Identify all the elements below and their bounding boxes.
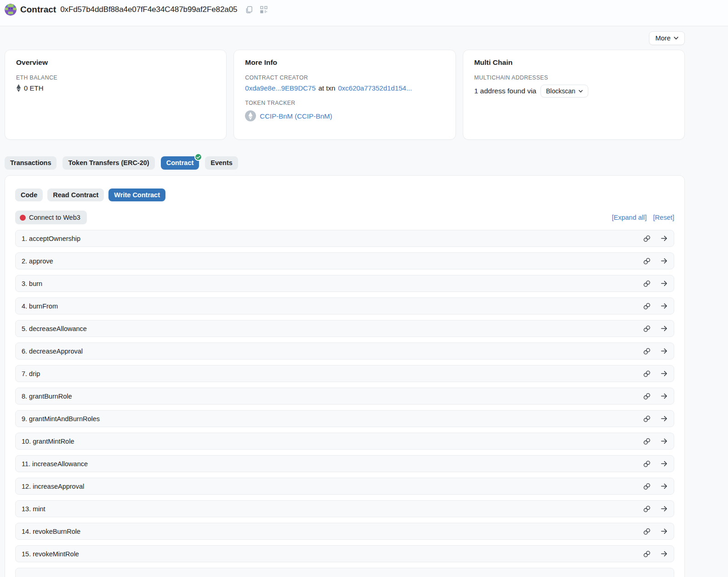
function-name: 8. grantBurnRole xyxy=(22,393,643,400)
function-name: 2. approve xyxy=(22,257,643,265)
permalink-icon[interactable] xyxy=(643,438,651,445)
function-row[interactable]: 8. grantBurnRole xyxy=(15,388,674,405)
eth-balance-value: 0 ETH xyxy=(24,84,44,92)
permalink-icon[interactable] xyxy=(643,528,651,535)
contract-subtabs: Code Read Contract Write Contract xyxy=(15,189,674,202)
permalink-icon[interactable] xyxy=(643,460,651,468)
arrow-right-icon[interactable] xyxy=(660,370,668,377)
function-name: 4. burnFrom xyxy=(22,303,643,310)
permalink-icon[interactable] xyxy=(643,370,651,377)
token-logo-icon xyxy=(245,110,256,121)
contract-panel: Code Read Contract Write Contract Connec… xyxy=(5,175,685,577)
arrow-right-icon[interactable] xyxy=(660,348,668,354)
permalink-icon[interactable] xyxy=(643,393,651,400)
eth-balance-label: ETH BALANCE xyxy=(16,74,215,81)
function-row[interactable]: 6. decreaseApproval xyxy=(15,343,674,360)
permalink-icon[interactable] xyxy=(643,325,651,332)
arrow-right-icon[interactable] xyxy=(660,415,668,422)
function-row[interactable]: 11. increaseAllowance xyxy=(15,455,674,472)
permalink-icon[interactable] xyxy=(643,483,651,490)
function-name: 14. revokeBurnRole xyxy=(22,528,643,535)
function-row-partial[interactable] xyxy=(15,568,674,577)
overview-card-title: Overview xyxy=(16,58,215,67)
function-row[interactable]: 12. increaseApproval xyxy=(15,478,674,495)
permalink-icon[interactable] xyxy=(643,505,651,513)
subtab-code[interactable]: Code xyxy=(15,189,43,202)
permalink-icon[interactable] xyxy=(643,550,651,558)
arrow-right-icon[interactable] xyxy=(660,550,668,557)
blockscan-dropdown-value: Blockscan xyxy=(546,87,575,95)
function-row[interactable]: 5. decreaseAllowance xyxy=(15,320,674,337)
function-row[interactable]: 7. drip xyxy=(15,365,674,382)
subtab-write-contract[interactable]: Write Contract xyxy=(108,189,165,202)
tab-contract[interactable]: Contract xyxy=(161,156,199,170)
function-row[interactable]: 2. approve xyxy=(15,252,674,269)
arrow-right-icon[interactable] xyxy=(660,505,668,512)
qr-code-icon[interactable] xyxy=(260,6,267,13)
permalink-icon[interactable] xyxy=(643,415,651,423)
chevron-down-icon xyxy=(674,36,678,40)
creator-address-link[interactable]: 0xda9e8e...9EB9DC75 xyxy=(245,84,315,92)
blockscan-dropdown[interactable]: Blockscan xyxy=(540,85,588,97)
more-info-card-title: More Info xyxy=(245,58,444,67)
permalink-icon[interactable] xyxy=(643,235,651,242)
connect-to-web3-button[interactable]: Connect to Web3 xyxy=(15,211,87,224)
reset-link[interactable]: [Reset] xyxy=(653,214,674,221)
write-contract-toolbar: Connect to Web3 [Expand all] [Reset] xyxy=(15,211,674,224)
function-name: 6. decreaseApproval xyxy=(22,348,643,355)
function-row[interactable]: 3. burn xyxy=(15,275,674,292)
permalink-icon[interactable] xyxy=(643,348,651,355)
multichain-count-text: 1 address found via xyxy=(474,87,536,95)
tab-transactions[interactable]: Transactions xyxy=(5,156,57,170)
connect-to-web3-label: Connect to Web3 xyxy=(29,214,80,221)
page-title: Contract xyxy=(20,5,56,15)
arrow-right-icon[interactable] xyxy=(660,325,668,332)
more-dropdown-button[interactable]: More xyxy=(649,31,685,45)
permalink-icon[interactable] xyxy=(643,257,651,265)
arrow-right-icon[interactable] xyxy=(660,257,668,264)
permalink-icon[interactable] xyxy=(643,280,651,287)
function-row[interactable]: 15. revokeMintRole xyxy=(15,545,674,562)
function-row[interactable]: 14. revokeBurnRole xyxy=(15,523,674,540)
arrow-right-icon[interactable] xyxy=(660,438,668,445)
copy-address-icon[interactable] xyxy=(245,6,253,14)
function-name: 15. revokeMintRole xyxy=(22,550,643,558)
permalink-icon[interactable] xyxy=(643,303,651,310)
arrow-right-icon[interactable] xyxy=(660,235,668,242)
function-row[interactable]: 1. acceptOwnership xyxy=(15,230,674,247)
function-name: 12. increaseApproval xyxy=(22,483,643,490)
token-tracker-link[interactable]: CCIP-BnM (CCIP-BnM) xyxy=(260,112,332,120)
tab-contract-label: Contract xyxy=(166,160,194,166)
arrow-right-icon[interactable] xyxy=(660,460,668,467)
function-row[interactable]: 4. burnFrom xyxy=(15,297,674,314)
function-row[interactable]: 9. grantMintAndBurnRoles xyxy=(15,410,674,427)
function-name: 11. increaseAllowance xyxy=(22,460,643,468)
function-name: 3. burn xyxy=(22,280,643,287)
function-row[interactable]: 13. mint xyxy=(15,500,674,517)
contract-avatar-identicon-icon xyxy=(5,4,17,16)
arrow-right-icon[interactable] xyxy=(660,303,668,309)
creator-txn-link[interactable]: 0xc620a77352d1d154... xyxy=(338,84,412,92)
function-row[interactable]: 10. grantMintRole xyxy=(15,433,674,450)
arrow-right-icon[interactable] xyxy=(660,280,668,287)
page-header: Contract 0xFd57b4ddBf88a4e07fF4e34C487b9… xyxy=(0,0,728,26)
creator-connector-text: at txn xyxy=(318,84,336,92)
function-name: 7. drip xyxy=(22,370,643,377)
functions-list: 1. acceptOwnership 2. approve xyxy=(15,230,674,577)
arrow-right-icon[interactable] xyxy=(660,528,668,535)
contract-address: 0xFd57b4ddBf88a4e07fF4e34C487b99af2Fe82a… xyxy=(60,5,237,14)
function-name: 10. grantMintRole xyxy=(22,438,643,445)
multichain-addresses-label: MULTICHAIN ADDRESSES xyxy=(474,74,673,81)
subtab-read-contract[interactable]: Read Contract xyxy=(47,189,104,202)
tab-events[interactable]: Events xyxy=(205,156,238,170)
overview-card: Overview ETH BALANCE 0 ETH xyxy=(5,50,227,140)
contract-creator-label: CONTRACT CREATOR xyxy=(245,74,444,81)
red-status-dot-icon xyxy=(20,215,26,221)
more-info-card: More Info CONTRACT CREATOR 0xda9e8e...9E… xyxy=(233,50,455,140)
tab-token-transfers[interactable]: Token Transfers (ERC-20) xyxy=(63,156,154,170)
arrow-right-icon[interactable] xyxy=(660,393,668,400)
actions-row: More xyxy=(5,31,685,45)
arrow-right-icon[interactable] xyxy=(660,483,668,490)
function-name: 9. grantMintAndBurnRoles xyxy=(22,415,643,423)
expand-all-link[interactable]: [Expand all] xyxy=(612,214,647,221)
